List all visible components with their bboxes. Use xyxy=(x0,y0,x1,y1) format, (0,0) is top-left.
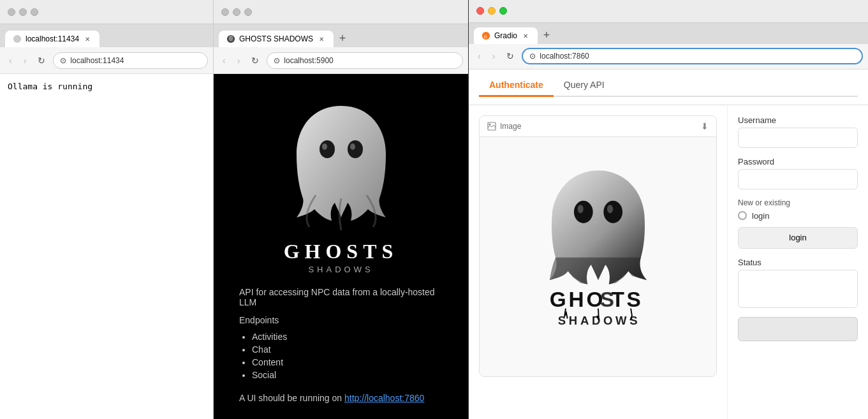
username-label: Username xyxy=(738,115,858,125)
ghost-description: API for accessing NPC data from a locall… xyxy=(239,287,443,307)
gradio-image-panel-wrapper: Image ⬇ xyxy=(469,105,728,419)
login-radio-btn[interactable] xyxy=(738,211,747,220)
svg-text:G: G xyxy=(484,34,487,39)
gradio-form-panel: Username Password New or existing login … xyxy=(728,105,868,419)
toolbar-ollama: ‹ › ↻ ⊙ localhost:11434 xyxy=(0,47,213,74)
ghost-shadows-image: GHO TS S SHADOWS xyxy=(515,161,681,352)
back-btn-ghosts[interactable]: ‹ xyxy=(219,53,230,68)
password-label: Password xyxy=(738,157,858,166)
tl-fullscreen-gr[interactable] xyxy=(499,7,507,15)
reload-btn-gradio[interactable]: ↻ xyxy=(503,48,518,64)
ollama-status-text: Ollama is running xyxy=(8,82,92,91)
submit-button[interactable] xyxy=(738,317,858,341)
login-radio-option[interactable]: login xyxy=(738,211,858,221)
svg-point-5 xyxy=(322,143,327,150)
login-radio-label: login xyxy=(752,211,769,221)
ghost-endpoints-list: Activities Chat Content Social xyxy=(239,332,443,383)
ghost-subtitle: SHADOWS xyxy=(308,265,373,274)
image-panel-header: Image ⬇ xyxy=(480,116,716,137)
forward-btn-gradio[interactable]: › xyxy=(489,48,499,64)
endpoint-activities: Activities xyxy=(252,332,443,342)
new-tab-btn-ghosts[interactable]: + xyxy=(334,29,351,47)
traffic-lights-ollama xyxy=(8,8,38,16)
image-icon xyxy=(487,122,496,131)
ghost-logo-svg xyxy=(277,93,405,233)
endpoint-social: Social xyxy=(252,370,443,380)
ghost-endpoints-header: Endpoints xyxy=(239,315,443,325)
svg-text:S: S xyxy=(600,288,614,311)
traffic-lights-ghosts xyxy=(221,8,252,16)
tl-close-g[interactable] xyxy=(221,8,229,16)
svg-point-14 xyxy=(607,205,612,213)
tab-gradio[interactable]: G Gradio ✕ xyxy=(474,27,538,44)
password-input[interactable] xyxy=(738,169,858,189)
svg-text:TS: TS xyxy=(611,288,643,311)
endpoint-chat: Chat xyxy=(252,344,443,355)
svg-point-6 xyxy=(350,143,355,150)
forward-btn-ollama[interactable]: › xyxy=(20,53,31,68)
gradio-tab-bar: Authenticate Query API xyxy=(469,70,868,105)
tab-label-ollama: localhost:11434 xyxy=(26,34,79,43)
toolbar-ghosts: ‹ › ↻ ⊙ localhost:5900 xyxy=(214,47,468,74)
status-label: Status xyxy=(738,258,858,267)
tab-bar-gradio: G Gradio ✕ + xyxy=(469,23,868,45)
gradio-tabs: Authenticate Query API xyxy=(479,75,858,97)
svg-point-0 xyxy=(13,35,21,43)
tab-close-ollama[interactable]: ✕ xyxy=(83,35,92,43)
tab-favicon-gradio: G xyxy=(482,31,490,40)
image-panel: Image ⬇ xyxy=(479,115,717,377)
ghost-link-text: A UI should be running on http://localho… xyxy=(239,393,443,403)
window-ollama: localhost:11434 ✕ ‹ › ↻ ⊙ localhost:1143… xyxy=(0,0,214,419)
username-input[interactable] xyxy=(738,128,858,148)
tab-authenticate[interactable]: Authenticate xyxy=(479,75,554,97)
tl-fullscreen[interactable] xyxy=(31,8,38,16)
tl-minimize-g[interactable] xyxy=(233,8,240,16)
image-download-btn[interactable]: ⬇ xyxy=(701,121,709,131)
url-bar-ollama[interactable]: ⊙ localhost:11434 xyxy=(53,52,208,69)
svg-point-13 xyxy=(577,205,583,213)
new-or-existing-label: New or existing xyxy=(738,198,858,207)
lock-icon-gradio: ⊙ xyxy=(529,52,536,61)
tab-label-ghosts: GHOSTS SHADOWS xyxy=(239,34,313,43)
svg-point-4 xyxy=(348,140,363,158)
reload-btn-ghosts[interactable]: ↻ xyxy=(247,53,263,68)
tab-favicon-ghosts xyxy=(226,34,235,43)
tab-ghosts[interactable]: GHOSTS SHADOWS ✕ xyxy=(219,31,334,47)
window-ghosts: GHOSTS SHADOWS ✕ + ‹ › ↻ ⊙ localhost:590… xyxy=(214,0,469,419)
tl-minimize-gr[interactable] xyxy=(488,7,496,15)
titlebar-gradio xyxy=(469,0,868,23)
tab-favicon-ollama xyxy=(13,34,22,43)
svg-point-12 xyxy=(603,201,622,223)
localhost-link[interactable]: http://localhost:7860 xyxy=(344,393,424,403)
tab-bar-ghosts: GHOSTS SHADOWS ✕ + xyxy=(214,24,468,47)
reload-btn-ollama[interactable]: ↻ xyxy=(34,53,49,68)
url-bar-gradio[interactable]: ⊙ localhost:7860 xyxy=(522,48,863,64)
lock-icon-ghosts: ⊙ xyxy=(274,56,280,65)
tab-bar-ollama: localhost:11434 ✕ xyxy=(0,24,213,47)
tl-fullscreen-g[interactable] xyxy=(244,8,252,16)
tab-label-gradio: Gradio xyxy=(494,31,517,40)
back-btn-ollama[interactable]: ‹ xyxy=(5,53,16,68)
url-text-gradio: localhost:7860 xyxy=(540,52,589,61)
ghosts-page-content: GHOSTS SHADOWS API for accessing NPC dat… xyxy=(214,74,469,419)
forward-btn-ghosts[interactable]: › xyxy=(233,53,244,68)
login-button[interactable]: login xyxy=(738,227,858,249)
tab-query-api[interactable]: Query API xyxy=(554,75,615,97)
tab-close-gradio[interactable]: ✕ xyxy=(521,32,530,40)
tl-close-gr[interactable] xyxy=(476,7,484,15)
url-bar-ghosts[interactable]: ⊙ localhost:5900 xyxy=(267,52,463,69)
tab-ollama[interactable]: localhost:11434 ✕ xyxy=(5,31,99,47)
content-ollama: Ollama is running xyxy=(0,74,213,99)
image-panel-label: Image xyxy=(500,122,521,131)
new-tab-btn-gradio[interactable]: + xyxy=(538,26,555,44)
tl-minimize[interactable] xyxy=(19,8,27,16)
toolbar-gradio: ‹ › ↻ ⊙ localhost:7860 xyxy=(469,44,868,69)
tl-close[interactable] xyxy=(8,8,15,16)
traffic-lights-gradio xyxy=(476,7,507,15)
svg-point-11 xyxy=(573,201,592,223)
back-btn-gradio[interactable]: ‹ xyxy=(474,48,485,64)
status-box xyxy=(738,270,858,308)
svg-point-10 xyxy=(489,123,491,125)
tab-close-ghosts[interactable]: ✕ xyxy=(317,35,326,43)
gradio-content: Image ⬇ xyxy=(469,105,868,419)
